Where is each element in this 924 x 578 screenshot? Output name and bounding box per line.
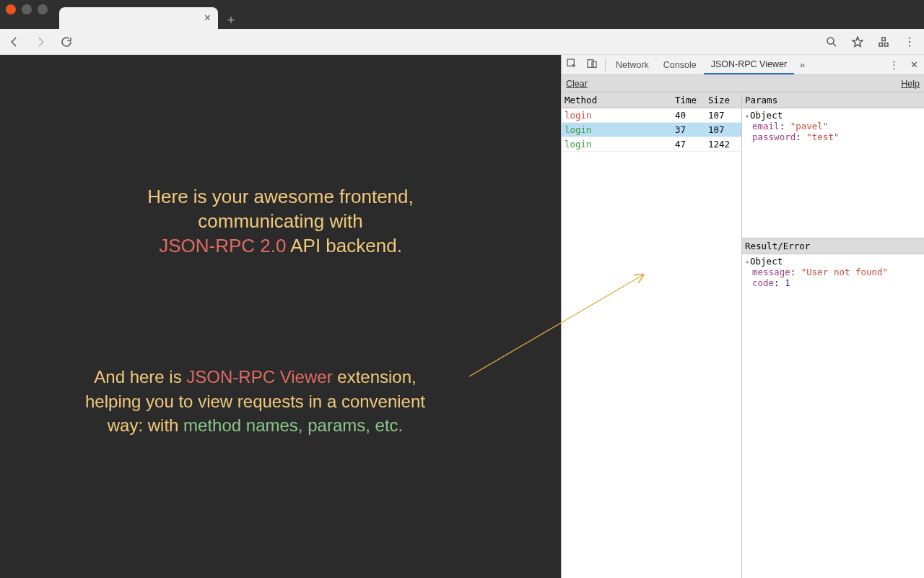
devtools-tab-console[interactable]: Console <box>656 55 704 74</box>
devtools-menu-icon[interactable]: ⋮ <box>884 59 905 70</box>
forward-button[interactable] <box>33 35 48 49</box>
col-method: Method <box>562 95 675 105</box>
devtools-tabstrip: Network Console JSON-RPC Viewer » ⋮ ✕ <box>562 55 924 75</box>
object-field: message: "User not found" <box>745 267 921 277</box>
params-body: ▾Object email: "pavel"password: "test" <box>742 108 924 238</box>
browser-menu-icon[interactable] <box>902 35 917 49</box>
method-cell: login <box>562 110 675 121</box>
svg-rect-12 <box>592 61 596 67</box>
object-label: Object <box>750 256 783 267</box>
object-field: code: 1 <box>745 277 921 288</box>
col-size: Size <box>708 95 741 105</box>
svg-rect-4 <box>879 43 883 46</box>
inspect-element-icon[interactable] <box>562 58 582 72</box>
bookmark-star-icon[interactable] <box>850 35 865 49</box>
tab-close-icon[interactable]: × <box>204 12 211 25</box>
hero-text-2: And here is JSON-RPC Viewer extension, h… <box>36 365 474 438</box>
svg-point-6 <box>909 37 910 38</box>
request-list: Method Time Size login40107login37107log… <box>562 92 742 578</box>
result-body: ▾Object message: "User not found"code: 1 <box>742 254 924 578</box>
object-label: Object <box>750 110 783 121</box>
browser-toolbar <box>0 29 924 55</box>
method-cell: login <box>562 124 675 135</box>
window-maximize-button[interactable] <box>38 4 48 14</box>
new-tab-button[interactable]: + <box>222 12 240 29</box>
browser-tab-strip: × + <box>59 0 240 29</box>
devtools-close-icon[interactable]: ✕ <box>905 59 924 70</box>
result-header: Result/Error <box>742 238 924 254</box>
browser-tab[interactable]: × <box>59 7 218 29</box>
text-highlight: JSON-RPC Viewer <box>186 367 332 387</box>
devtools-tabs-overflow-icon[interactable]: » <box>794 60 811 70</box>
devtools-panel: Network Console JSON-RPC Viewer » ⋮ ✕ Cl… <box>561 55 924 578</box>
clear-button[interactable]: Clear <box>566 79 588 89</box>
svg-point-8 <box>909 45 910 46</box>
devtools-toolbar: Clear Help <box>562 75 924 92</box>
request-row[interactable]: login37107 <box>562 123 741 137</box>
page-content: Here is your awesome frontend, communica… <box>0 55 561 578</box>
svg-point-0 <box>827 38 834 44</box>
time-cell: 47 <box>675 139 708 150</box>
text: helping you to view requests in a conven… <box>85 392 425 411</box>
text: API backend. <box>286 235 401 256</box>
extensions-icon[interactable] <box>876 35 891 49</box>
hero-text-1: Here is your awesome frontend, communica… <box>0 185 561 258</box>
text-highlight: method names, params, etc. <box>183 415 403 435</box>
back-button[interactable] <box>7 35 22 49</box>
request-row[interactable]: login471242 <box>562 137 741 152</box>
device-toggle-icon[interactable] <box>582 58 602 72</box>
text: communicating with <box>198 210 362 232</box>
params-header: Params <box>742 92 924 108</box>
window-minimize-button[interactable] <box>22 4 32 14</box>
size-cell: 107 <box>708 124 741 135</box>
col-time: Time <box>675 95 708 105</box>
reload-button[interactable] <box>59 35 74 49</box>
request-row[interactable]: login40107 <box>562 108 741 123</box>
size-cell: 107 <box>708 110 741 121</box>
svg-marker-2 <box>853 37 863 46</box>
window-titlebar: × + <box>0 0 924 29</box>
text: And here is <box>94 367 186 387</box>
size-cell: 1242 <box>708 139 741 150</box>
window-close-button[interactable] <box>6 4 16 14</box>
object-field: email: "pavel" <box>745 121 921 131</box>
devtools-tab-jsonrpc-viewer[interactable]: JSON-RPC Viewer <box>704 55 794 74</box>
svg-rect-11 <box>588 60 593 68</box>
time-cell: 37 <box>675 124 708 135</box>
window-buttons <box>6 4 48 14</box>
method-cell: login <box>562 139 675 150</box>
devtools-tab-network[interactable]: Network <box>609 55 656 74</box>
svg-rect-5 <box>885 43 889 46</box>
time-cell: 40 <box>675 110 708 121</box>
svg-line-1 <box>833 43 836 46</box>
request-list-header: Method Time Size <box>562 92 741 108</box>
zoom-icon[interactable] <box>824 35 839 49</box>
svg-rect-3 <box>882 38 886 41</box>
object-field: password: "test" <box>745 131 921 142</box>
text: Here is your awesome frontend, <box>147 186 414 207</box>
svg-point-7 <box>909 40 910 42</box>
text: extension, <box>333 367 417 387</box>
text-highlight: JSON-RPC 2.0 <box>159 235 286 256</box>
help-link[interactable]: Help <box>901 79 920 89</box>
text: way: with <box>108 415 183 435</box>
